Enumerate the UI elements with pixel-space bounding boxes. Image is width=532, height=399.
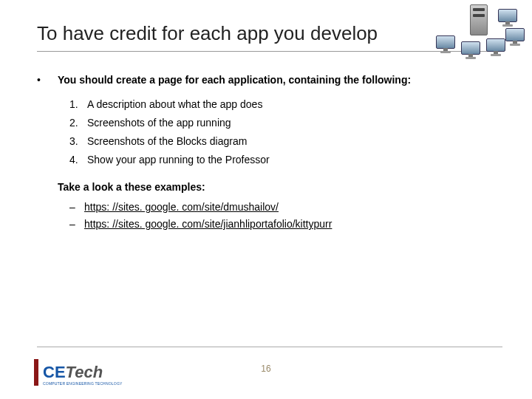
list-text: A description about what the app does [87,97,262,112]
logo-text: CETech COMPUTER ENGINEERING TECHNOLOGY [43,364,123,386]
list-number: 1. [69,97,87,112]
cetech-logo: CETech COMPUTER ENGINEERING TECHNOLOGY [34,359,123,386]
example-link-2[interactable]: https: //sites. google. com/site/jianhli… [84,216,332,232]
logo-ce: CE [43,363,66,381]
bullet-dot-icon: • [37,72,58,88]
numbered-list: 1. A description about what the app does… [69,97,502,168]
title-underline [37,51,502,52]
list-item: – https: //sites. google. com/site/jianh… [69,216,502,232]
network-diagram-icon [434,1,523,61]
list-text: Screenshots of the Blocks diagram [87,134,247,149]
logo-bar-icon [34,359,38,386]
footer-rule [37,347,502,347]
list-text: Screenshots of the app running [87,115,231,131]
slide-body: • You should create a page for each appl… [37,72,502,232]
links-list: – https: //sites. google. com/site/dmush… [69,200,502,232]
example-link-1[interactable]: https: //sites. google. com/site/dmushai… [84,200,279,215]
list-text: Show your app running to the Professor [87,152,270,168]
list-item: – https: //sites. google. com/site/dmush… [69,200,502,215]
intro-text: You should create a page for each applic… [58,72,502,88]
list-item: 4. Show your app running to the Professo… [69,152,502,168]
examples-heading: Take a look a these examples: [58,180,502,195]
list-number: 4. [69,152,87,168]
list-item: 3. Screenshots of the Blocks diagram [69,134,502,149]
slide: To have credit for each app you develop … [0,0,532,399]
dash-icon: – [69,216,84,232]
page-title: To have credit for each app you develop [37,22,502,45]
dash-icon: – [69,200,84,215]
list-item: 1. A description about what the app does [69,97,502,112]
list-item: 2. Screenshots of the app running [69,115,502,131]
logo-tech: Tech [66,363,103,381]
intro-bullet: • You should create a page for each appl… [37,72,502,88]
list-number: 2. [69,115,87,131]
logo-subtitle: COMPUTER ENGINEERING TECHNOLOGY [43,382,123,386]
list-number: 3. [69,134,87,149]
